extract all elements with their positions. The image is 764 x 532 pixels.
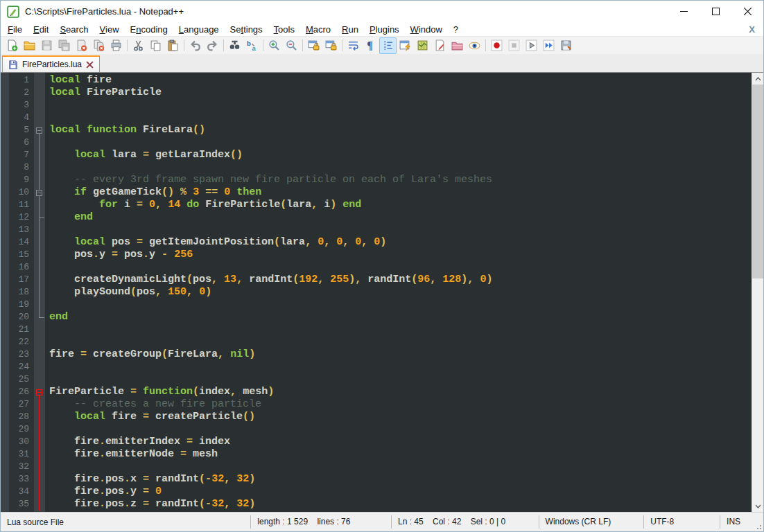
status-encoding: UTF-8 — [643, 515, 720, 529]
code-text: fire.emitterNode = mesh — [45, 448, 218, 461]
macro-save-button[interactable] — [557, 37, 575, 54]
line-number: 8 — [1, 161, 34, 174]
maximize-button[interactable] — [700, 1, 731, 22]
line-number: 30 — [1, 436, 34, 448]
close-document-x[interactable]: X — [749, 24, 755, 35]
code-line: 8 — [1, 161, 752, 174]
find-button[interactable] — [226, 37, 243, 54]
menu-item-file[interactable]: File — [2, 23, 28, 36]
status-doc-type: Lua source File — [1, 517, 250, 527]
resize-grip[interactable] — [755, 523, 762, 530]
code-line: 24 — [1, 361, 752, 373]
fold-marker[interactable] — [34, 186, 45, 199]
menu-item-search[interactable]: Search — [54, 23, 94, 36]
scroll-up-button[interactable] — [752, 73, 763, 85]
code-line: 6 — [1, 136, 752, 149]
menu-item-language[interactable]: Language — [173, 23, 225, 36]
new-file-button[interactable] — [3, 37, 21, 54]
zoom-out-button[interactable] — [283, 37, 300, 54]
redo-button[interactable] — [204, 37, 221, 54]
line-number: 28 — [1, 411, 34, 423]
close-file-button[interactable] — [73, 37, 90, 54]
menu-item-plugins[interactable]: Plugins — [364, 23, 405, 36]
menu-item-edit[interactable]: Edit — [28, 23, 54, 36]
notepad-plus-plus-app-icon — [7, 6, 19, 18]
code-line: 4 — [1, 112, 752, 124]
replace-button[interactable]: ba — [243, 37, 261, 54]
line-number: 14 — [1, 236, 34, 249]
svg-text:¶: ¶ — [367, 39, 373, 51]
word-wrap-button[interactable] — [345, 37, 362, 54]
tab-fireparticles-lua[interactable]: FireParticles.lua — [2, 55, 100, 72]
zoom-in-button[interactable] — [266, 37, 283, 54]
line-number: 12 — [1, 211, 34, 224]
tab-close-icon[interactable] — [86, 61, 94, 69]
show-indent-guide-button[interactable] — [379, 37, 397, 54]
menu-item-settings[interactable]: Settings — [225, 23, 268, 36]
menu-item-run[interactable]: Run — [336, 23, 364, 36]
document-list-button[interactable] — [431, 37, 449, 54]
close-all-button[interactable] — [90, 37, 107, 54]
sync-vertical-scroll-button[interactable] — [305, 37, 322, 54]
line-number: 19 — [1, 299, 34, 311]
save-file-button[interactable] — [38, 37, 55, 54]
scroll-up-icon — [755, 77, 761, 81]
scroll-down-button[interactable] — [752, 500, 763, 512]
cut-button[interactable] — [130, 37, 147, 54]
code-text — [45, 224, 49, 236]
line-number: 4 — [1, 112, 34, 124]
code-line: 11 for i = 0, 14 do FireParticle(lara, i… — [1, 199, 752, 211]
code-line: 9 -- every 3rd frame spawn new fire part… — [1, 174, 752, 186]
menu-item-window[interactable]: Window — [405, 23, 448, 36]
close-button[interactable] — [731, 1, 763, 22]
folder-as-workspace-button[interactable] — [449, 37, 466, 54]
code-line: 26FireParticle = function(index, mesh) — [1, 386, 752, 398]
line-number: 26 — [1, 386, 34, 398]
vertical-scrollbar[interactable] — [752, 73, 763, 512]
line-number: 27 — [1, 398, 34, 411]
function-list-button[interactable] — [397, 37, 414, 54]
menu-item-encoding[interactable]: Encoding — [125, 23, 173, 36]
code-text — [45, 112, 49, 124]
save-all-button[interactable] — [55, 37, 73, 54]
line-number: 9 — [1, 174, 34, 186]
editor-rows[interactable]: 1local fire2local FireParticle345local f… — [1, 74, 752, 512]
code-line: 34 fire.pos.y = 0 — [1, 486, 752, 498]
document-map-button[interactable] — [414, 37, 431, 54]
macro-play-button[interactable] — [523, 37, 540, 54]
fold-margin-cell — [34, 286, 45, 299]
menu-item-view[interactable]: View — [94, 23, 125, 36]
line-number: 16 — [1, 261, 34, 274]
close-icon — [744, 8, 752, 15]
macro-stop-button[interactable] — [505, 37, 523, 54]
fold-marker[interactable] — [34, 124, 45, 136]
macro-run-multiple-button[interactable] — [540, 37, 557, 54]
macro-record-button[interactable] — [488, 37, 505, 54]
sync-horizontal-scroll-button[interactable] — [322, 37, 340, 54]
code-text: createDynamicLight(pos, 13, randInt(192,… — [45, 274, 492, 286]
toolbar-separator — [302, 39, 303, 51]
fold-margin-cell — [34, 311, 45, 323]
menu-item-tools[interactable]: Tools — [268, 23, 300, 36]
code-line: 33 fire.pos.x = randInt(-32, 32) — [1, 473, 752, 486]
menu-item-help[interactable]: ? — [448, 23, 464, 36]
paste-button[interactable] — [164, 37, 182, 54]
scrollbar-thumb[interactable] — [752, 85, 763, 278]
minimize-button[interactable] — [668, 1, 700, 22]
editor-pane[interactable]: 1local fire2local FireParticle345local f… — [1, 73, 763, 512]
code-line: 13 — [1, 224, 752, 236]
copy-button[interactable] — [147, 37, 164, 54]
fold-marker[interactable] — [34, 386, 45, 398]
code-text — [45, 99, 49, 112]
menu-item-macro[interactable]: Macro — [300, 23, 336, 36]
file-monitoring-button[interactable] — [466, 37, 483, 54]
show-all-characters-button[interactable]: ¶ — [362, 37, 379, 54]
line-number: 5 — [1, 124, 34, 136]
scroll-down-icon — [755, 504, 761, 508]
fold-margin-cell — [34, 486, 45, 498]
undo-button[interactable] — [186, 37, 204, 54]
code-line: 29 — [1, 423, 752, 436]
print-button[interactable] — [107, 37, 125, 54]
open-file-button[interactable] — [21, 37, 38, 54]
fold-margin-cell — [34, 74, 45, 87]
